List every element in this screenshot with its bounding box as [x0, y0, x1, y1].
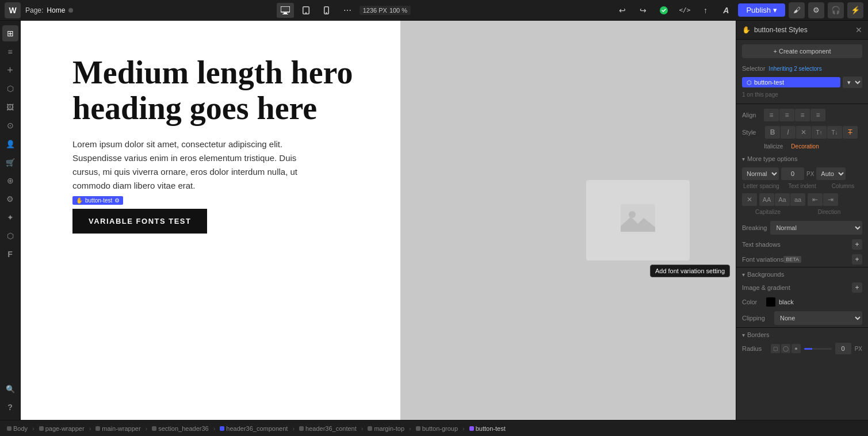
align-center-button[interactable]: ≡ — [779, 109, 794, 121]
lightning-icon[interactable]: ⚡ — [847, 2, 863, 18]
radius-rounded-icon[interactable]: ◯ — [781, 344, 790, 353]
breadcrumb-page-wrapper[interactable]: page-wrapper — [37, 424, 87, 433]
add-text-shadow-button[interactable]: + — [852, 239, 862, 250]
capitalize-label: Capitalize — [742, 209, 794, 215]
decoration-clear-button[interactable]: ✕ — [796, 126, 811, 139]
ltr-button[interactable]: ⇤ — [808, 193, 823, 206]
color-swatch[interactable] — [766, 297, 775, 307]
align-left-button[interactable]: ≡ — [764, 109, 779, 121]
sidebar-icon-components[interactable]: ⬡ — [2, 81, 18, 97]
settings-top-icon[interactable]: ⚙ — [808, 2, 824, 18]
paint-icon[interactable]: 🖌 — [789, 2, 805, 18]
panel-close-button[interactable]: ✕ — [855, 25, 862, 35]
image-gradient-row: Image & gradient + — [736, 280, 868, 295]
sidebar-icon-integrations[interactable]: ⬡ — [2, 228, 18, 244]
button-tag-text: button-test — [85, 197, 112, 204]
sidebar-icon-commerce[interactable]: 🛒 — [2, 154, 18, 170]
uppercase-button[interactable]: AA — [759, 193, 774, 206]
color-row: Color black — [736, 295, 868, 309]
breadcrumb-dot-h36c — [220, 426, 224, 431]
borders-header[interactable]: ▾ Borders — [736, 328, 868, 341]
backgrounds-header[interactable]: ▾ Backgrounds — [736, 267, 868, 280]
ls-unit: PX — [806, 171, 814, 177]
code-button[interactable]: </> — [676, 3, 693, 18]
export-button[interactable]: ↑ — [697, 3, 714, 18]
columns-label: Columns — [824, 183, 862, 189]
divider-1 — [736, 104, 868, 104]
align-buttons: ≡ ≡ ≡ ≡ — [764, 109, 825, 121]
gear-icon[interactable]: ⚙ — [114, 197, 120, 204]
sidebar-icon-layers[interactable]: ≡ — [2, 44, 18, 60]
subscript-button[interactable]: T↓ — [827, 126, 842, 139]
ti-mode-select[interactable]: Auto — [816, 167, 846, 180]
ls-mode-select[interactable]: Normal — [742, 167, 779, 180]
superscript-button[interactable]: T↑ — [812, 126, 827, 139]
tablet-view-button[interactable] — [297, 3, 315, 18]
ls-value-input[interactable] — [781, 167, 804, 180]
breadcrumb-body[interactable]: Body — [5, 424, 30, 433]
breadcrumb-button-test[interactable]: button-test — [467, 424, 508, 433]
breadcrumb-dot-mt — [368, 426, 372, 431]
canvas-button[interactable]: VARIABLE FONTS TEST — [72, 209, 207, 234]
strikethrough-button[interactable]: T — [843, 126, 858, 139]
font-button[interactable]: A — [717, 3, 735, 18]
titlecase-button[interactable]: Aa — [775, 193, 790, 206]
sidebar-icon-apps[interactable]: ⊕ — [2, 173, 18, 189]
sidebar-icon-settings[interactable]: ⚙ — [2, 191, 18, 207]
align-justify-button[interactable]: ≡ — [810, 109, 825, 121]
status-button[interactable] — [655, 3, 672, 18]
radius-square-icon[interactable]: ▢ — [771, 344, 780, 353]
publish-button[interactable]: Publish ▾ — [738, 3, 785, 17]
undo-button[interactable]: ↩ — [614, 3, 631, 18]
app-logo: W — [5, 2, 21, 18]
redo-button[interactable]: ↪ — [634, 3, 652, 18]
desktop-view-button[interactable] — [277, 3, 294, 18]
lowercase-button[interactable]: aa — [790, 193, 805, 206]
more-views-button[interactable]: ⋯ — [339, 3, 356, 18]
add-image-gradient-button[interactable]: + — [852, 282, 862, 293]
breadcrumb-margin-top[interactable]: margin-top — [365, 424, 407, 433]
image-placeholder — [586, 180, 690, 261]
align-right-button[interactable]: ≡ — [795, 109, 810, 121]
selector-dropdown[interactable]: ▾ — [843, 77, 862, 88]
breadcrumb-section-header36[interactable]: section_header36 — [150, 424, 211, 433]
sidebar-icon-media[interactable]: 🖼 — [2, 99, 18, 115]
font-variations-row: Font variations BETA + — [736, 252, 868, 267]
italic-button[interactable]: I — [781, 126, 796, 139]
rtl-button[interactable]: ⇥ — [823, 193, 838, 206]
sidebar-icon-search[interactable]: 🔍 — [2, 381, 18, 397]
breadcrumb-header36-component[interactable]: header36_component — [217, 424, 290, 433]
create-component-button[interactable]: + Create component — [742, 44, 862, 58]
bold-button[interactable]: B — [765, 126, 780, 139]
sidebar-icon-fonts[interactable]: F — [2, 246, 18, 262]
cursor-icon: ✋ — [742, 26, 751, 34]
canvas-area: Medium length hero heading goes here Lor… — [21, 21, 736, 420]
breadcrumb-header36-content[interactable]: header36_content — [297, 424, 359, 433]
breaking-select[interactable]: Normal — [770, 221, 862, 235]
sidebar-icon-cms[interactable]: ⊙ — [2, 117, 18, 133]
mobile-view-button[interactable] — [318, 3, 335, 18]
sidebar-icon-style[interactable]: ✦ — [2, 209, 18, 225]
sidebar-icon-add[interactable]: + — [2, 62, 18, 78]
breadcrumb-button-group[interactable]: button-group — [414, 424, 460, 433]
sidebar-icon-pages[interactable]: ⊞ — [2, 25, 18, 41]
canvas-page: Medium length hero heading goes here Lor… — [21, 21, 400, 420]
button-tag-label: ✋ button-test ⚙ — [72, 196, 123, 205]
radius-slider[interactable] — [804, 348, 832, 350]
inheriting-label[interactable]: Inheriting 2 selectors — [768, 66, 821, 72]
clipping-select[interactable]: None — [774, 311, 862, 325]
radius-dot-icon[interactable]: ● — [791, 344, 801, 353]
selector-chip[interactable]: ⬡ button-test — [742, 77, 840, 87]
sidebar-icon-users[interactable]: 👤 — [2, 136, 18, 152]
no-case-button[interactable]: ✕ — [742, 193, 757, 206]
breadcrumb-main-wrapper[interactable]: main-wrapper — [93, 424, 143, 433]
color-value: black — [779, 299, 794, 305]
audio-icon[interactable]: 🎧 — [828, 2, 844, 18]
sidebar-icon-help[interactable]: ? — [2, 399, 18, 415]
topbar: W Page: Home ⋯ 1236 PX 100 % ↩ ↪ </> ↑ A — [0, 0, 868, 21]
more-type-options-header[interactable]: ▾ More type options — [736, 152, 868, 165]
add-font-variation-button[interactable]: + — [852, 254, 862, 265]
radius-input[interactable] — [835, 343, 851, 354]
borders-label: Borders — [747, 331, 770, 338]
font-variations-label: Font variations — [742, 256, 783, 263]
